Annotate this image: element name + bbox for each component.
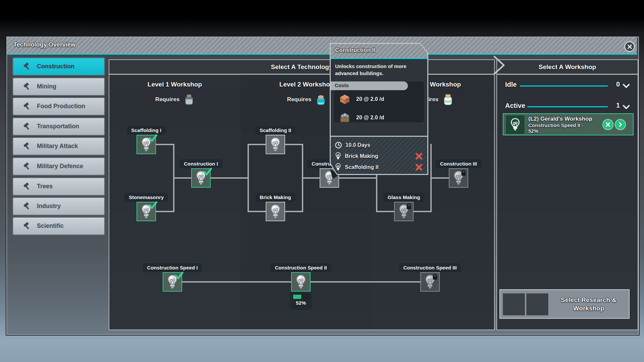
idle-divider-line	[520, 85, 608, 86]
sidebar-item-label: Food Production	[37, 103, 85, 110]
sidebar-item-transportation[interactable]: Transportation	[13, 118, 105, 135]
workshop-bulb-icon	[506, 116, 524, 134]
check-icon	[149, 134, 157, 142]
sidebar-item-military-attack[interactable]: Military Attack	[13, 137, 105, 155]
clock-icon	[335, 141, 342, 149]
window-titlebar	[7, 37, 637, 54]
tech-label-scaffolding-2: Scaffolding II	[255, 126, 296, 135]
cost-rate: 20 @ 2.0 /d	[356, 115, 384, 121]
sidebar-item-label: Industry	[37, 203, 61, 210]
idle-label: Idle	[505, 81, 517, 88]
check-icon	[203, 168, 212, 176]
connector-line	[430, 177, 449, 179]
hammer-icon	[22, 82, 32, 91]
duration-row: 10.0 Days	[335, 139, 423, 150]
tech-label-stonemasonry: Stonemasonry	[124, 193, 168, 202]
requires-label: Requires	[287, 96, 312, 103]
connector-line	[311, 281, 420, 283]
sidebar-item-construction[interactable]: Construction	[13, 58, 105, 75]
header-arrow-icon	[493, 56, 505, 75]
requirement-name: Scaffolding II	[345, 164, 378, 170]
select-research-line-1: Select Research &	[550, 296, 627, 304]
sidebar-item-scientific[interactable]: Scientific	[13, 217, 105, 235]
brick-icon	[339, 94, 351, 105]
tech-node-scaffolding-2[interactable]	[266, 135, 285, 154]
sidebar-item-label: Transportation	[37, 123, 79, 130]
stone-crate-icon	[339, 112, 351, 123]
tech-label-construction-speed-3: Construction Speed III	[399, 263, 461, 272]
level-1-requires: Requires	[155, 94, 195, 106]
idle-dropdown-chevron-icon[interactable]	[623, 83, 630, 88]
remove-workshop-button[interactable]	[602, 119, 613, 130]
tech-node-scaffolding-1[interactable]	[137, 135, 156, 154]
research-jar-level-2-icon	[315, 94, 326, 106]
sidebar-item-mining[interactable]: Mining	[13, 78, 105, 96]
tech-node-construction-1[interactable]	[191, 168, 211, 188]
tooltip-body: Construction II Unlocks construction of …	[331, 44, 427, 174]
select-research-line-2: Workshop	[550, 304, 627, 312]
connector-line	[211, 177, 248, 179]
goto-workshop-button[interactable]	[615, 119, 626, 130]
connector-line	[248, 144, 249, 212]
technology-header-title: Select A Technology	[271, 63, 332, 71]
unmet-cross-icon	[415, 153, 423, 160]
sidebar-item-trees[interactable]: Trees	[13, 178, 105, 195]
research-slot[interactable]	[503, 293, 525, 315]
close-button[interactable]	[624, 41, 635, 52]
lock-icon	[405, 203, 413, 209]
check-icon	[175, 272, 183, 280]
hammer-icon	[22, 122, 32, 131]
connector-line	[248, 144, 266, 145]
idle-count: 0	[610, 80, 620, 88]
sidebar-item-label: Military Attack	[37, 143, 78, 150]
tech-label-construction-speed-1: Construction Speed I	[143, 263, 202, 272]
tooltip-costs-bar: Costs	[331, 81, 408, 90]
active-count: 1	[610, 102, 620, 109]
tooltip-accent-line	[331, 58, 427, 59]
hammer-icon	[22, 102, 32, 111]
tech-node-stonemasonry[interactable]	[137, 202, 156, 221]
active-divider-line	[527, 106, 608, 107]
tech-node-construction-speed-2[interactable]	[291, 272, 311, 292]
costs-label: Costs	[335, 82, 349, 88]
research-progress-fill	[293, 295, 301, 299]
window-title: Technology Overview	[13, 41, 75, 48]
hammer-icon	[22, 222, 32, 231]
unmet-cross-icon	[415, 164, 423, 171]
workshop-card[interactable]: (L2) Gerald's Workshop Construction Spee…	[503, 113, 634, 135]
arrow-right-icon	[618, 122, 623, 127]
tech-tooltip: Construction II Unlocks construction of …	[330, 43, 428, 175]
tech-label-glass-making: Glass Making	[383, 193, 425, 202]
cost-row-stone: 20 @ 2.0 /d	[339, 112, 384, 123]
tech-node-glass-making[interactable]	[394, 202, 414, 221]
workshop-card-research: Construction Speed II -	[528, 122, 583, 128]
cost-row-brick: 20 @ 2.0 /d	[339, 94, 384, 105]
tech-label-construction-3: Construction III	[436, 159, 481, 168]
hammer-icon	[22, 202, 32, 211]
requires-label: Requires	[155, 96, 180, 103]
technology-overview-screen: Technology Overview Construction Mining …	[0, 0, 644, 362]
workshop-header-title: Select A Workshop	[539, 63, 596, 71]
connector-line	[414, 211, 432, 212]
tech-label-construction-speed-2: Construction Speed II	[270, 263, 331, 272]
requirement-row-scaffolding-2: Scaffolding II	[335, 162, 423, 173]
level-1-workshop-title: Level 1 Workshop	[148, 81, 202, 88]
tech-node-brick-making[interactable]	[266, 202, 285, 221]
sidebar-item-military-defence[interactable]: Military Defence	[13, 158, 105, 175]
sidebar-item-industry[interactable]: Industry	[13, 197, 105, 215]
active-label: Active	[505, 102, 525, 110]
tech-node-construction-speed-1[interactable]	[163, 272, 182, 292]
hammer-icon	[22, 62, 32, 71]
titlebar-accent-line	[7, 54, 637, 55]
lock-icon	[431, 273, 439, 280]
tech-node-construction-3[interactable]	[449, 168, 468, 188]
remove-icon	[605, 122, 610, 127]
sidebar-item-label: Mining	[37, 83, 56, 90]
workshop-slot[interactable]	[526, 293, 548, 315]
sidebar-item-food-production[interactable]: Food Production	[13, 98, 105, 115]
connector-line	[376, 211, 395, 212]
tech-label-construction-1: Construction I	[179, 159, 222, 168]
sidebar-item-label: Trees	[37, 183, 53, 190]
tech-node-construction-speed-3[interactable]	[420, 272, 440, 292]
active-dropdown-chevron-icon[interactable]	[623, 105, 630, 110]
